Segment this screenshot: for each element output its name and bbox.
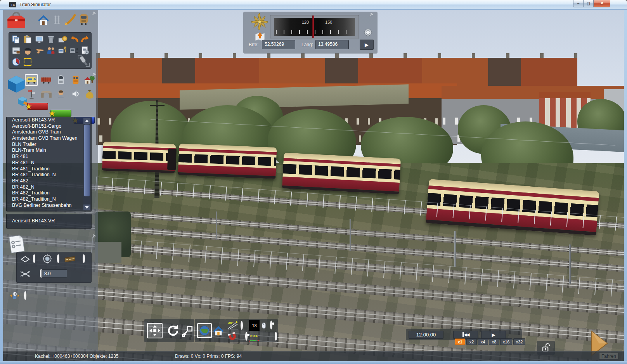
scroll-up-button[interactable] — [83, 118, 90, 124]
placement-options — [16, 252, 92, 283]
copy-documents-button[interactable] — [11, 35, 21, 44]
list-item[interactable]: BR 481_Tradition_N — [7, 172, 91, 178]
clipboard-button[interactable] — [23, 35, 33, 44]
pin-icon[interactable] — [367, 12, 374, 21]
rotate-tool-button[interactable] — [165, 323, 181, 338]
scrollbar-thumb[interactable] — [84, 125, 90, 196]
list-item[interactable]: BLN Trailer — [7, 142, 91, 148]
world-view-button[interactable] — [197, 323, 212, 338]
list-item[interactable]: BR 481_N — [7, 160, 91, 166]
list-item[interactable]: BR 482_Tradition — [7, 190, 91, 196]
asset-category-panel: ★ ★ ★ — [3, 72, 98, 114]
maximize-button[interactable]: ◻ — [583, 0, 594, 7]
scale-tool-button[interactable] — [182, 324, 193, 338]
speed-x16-button[interactable]: x16 — [500, 338, 512, 345]
undo-button[interactable] — [69, 35, 79, 45]
gradient-input[interactable] — [42, 269, 67, 277]
speed-x32-button[interactable]: x32 — [513, 338, 525, 345]
latitude-field[interactable]: 52.50269 — [262, 40, 295, 49]
mouse-icon — [262, 322, 266, 331]
move-icon — [149, 325, 161, 336]
category-signals-button[interactable] — [25, 88, 38, 100]
list-scrollbar[interactable] — [83, 118, 90, 210]
speed-x4-button[interactable]: x4 — [478, 338, 488, 345]
paint-tab[interactable] — [64, 13, 77, 28]
cube-icon — [6, 74, 26, 94]
free-placement-radio[interactable] — [33, 254, 35, 263]
home-view-button[interactable] — [213, 323, 224, 338]
engine-tab[interactable] — [78, 13, 90, 28]
monitor-button[interactable] — [35, 35, 44, 44]
list-item[interactable]: Amsterdam GVB Tram — [7, 129, 91, 135]
list-item[interactable]: BR 482 — [7, 178, 91, 184]
category-misc-button[interactable] — [83, 88, 96, 100]
3d-viewport[interactable]: ★ ★ ★ Aerosoft-BR143-VR Aerosoft-BR151-C… — [3, 10, 624, 361]
category-wagons-button[interactable] — [40, 74, 53, 86]
object-mode-button[interactable] — [6, 74, 26, 96]
pin-icon[interactable] — [89, 234, 96, 243]
list-item[interactable]: Aerosoft-BR151-Cargo — [7, 123, 91, 130]
list-item[interactable]: BR 481 — [7, 154, 91, 160]
delete-trash-button[interactable] — [46, 35, 56, 44]
rails-tab[interactable] — [52, 14, 62, 27]
measure-button[interactable] — [58, 35, 68, 44]
toolbox-tab[interactable] — [6, 11, 26, 33]
time-rewind-button[interactable]: ◀◀ — [453, 331, 478, 339]
favorites-green-button[interactable]: ★ — [50, 110, 71, 117]
scene-back-roofs — [96, 58, 577, 86]
magnet-snap-radio[interactable] — [245, 332, 248, 341]
ts14-snap-radio[interactable] — [275, 332, 277, 341]
camera-target-button[interactable] — [363, 27, 373, 39]
driver-button[interactable] — [23, 46, 33, 55]
home-tab[interactable] — [37, 14, 50, 28]
rotate-snap-radio[interactable] — [57, 254, 59, 263]
asset-list[interactable]: Aerosoft-BR143-VR Aerosoft-BR151-Cargo A… — [6, 117, 92, 211]
rotation-step-badge[interactable]: 18 — [249, 320, 260, 331]
list-item[interactable]: Aerosoft-BR143-VR — [7, 117, 91, 123]
list-item[interactable]: BR 481_Tradition — [7, 166, 91, 172]
favorites-red-button[interactable]: ★ — [27, 103, 48, 110]
list-item[interactable]: Amsterdam GVB Tram Wagen — [7, 135, 91, 142]
scroll-down-button[interactable] — [83, 205, 90, 210]
longitude-field[interactable]: 13.49586 — [315, 40, 349, 49]
consist-list-button[interactable] — [11, 46, 21, 55]
selected-asset-box[interactable]: Aerosoft-BR143-VR — [6, 214, 92, 229]
time-display[interactable]: 12:00:00 — [409, 331, 443, 339]
speed-x1-button[interactable]: x1 — [455, 338, 465, 345]
speed-x2-button[interactable]: x2 — [466, 338, 477, 345]
mouse-mode-radio[interactable] — [270, 321, 272, 329]
angle-snap-radio[interactable] — [241, 321, 243, 330]
category-sounds-button[interactable] — [69, 88, 82, 100]
refuel-button[interactable] — [58, 46, 68, 55]
compass-rose-icon[interactable] — [250, 12, 269, 33]
list-item[interactable]: BR 482_N — [7, 184, 91, 191]
walker-radio[interactable] — [24, 291, 26, 300]
list-item[interactable]: BVG Berliner Strassenbahn — [7, 203, 91, 209]
list-item[interactable]: BR 482_Tradition_N — [7, 196, 91, 203]
move-tool-button[interactable] — [147, 323, 163, 338]
category-engines-button[interactable] — [25, 74, 38, 86]
clock-pie-button[interactable] — [11, 57, 21, 67]
title-bar[interactable]: TS Train Simulator — [0, 0, 627, 10]
pointer-hand-button[interactable] — [35, 46, 44, 55]
train-car-2[interactable] — [178, 144, 277, 179]
pin-icon[interactable] — [89, 11, 96, 20]
category-people-button[interactable] — [54, 88, 68, 100]
list-item[interactable]: BLN-Tram Main — [7, 147, 91, 154]
blower-button[interactable] — [77, 54, 90, 68]
close-button[interactable]: ✕ — [593, 0, 610, 7]
category-trams-button[interactable] — [69, 73, 82, 86]
category-multiple-units-button[interactable] — [54, 73, 68, 86]
minimize-button[interactable]: − — [573, 0, 584, 7]
redo-button[interactable] — [80, 35, 90, 45]
road-snap-radio[interactable] — [83, 254, 85, 263]
category-bridges-button[interactable] — [40, 88, 53, 100]
people-button[interactable] — [46, 46, 56, 55]
train-car-3[interactable] — [282, 153, 401, 194]
goto-button[interactable]: ▶ — [360, 40, 374, 50]
pin-icon[interactable] — [89, 73, 96, 81]
time-play-button[interactable]: ▶ — [481, 331, 506, 339]
speed-x8-button[interactable]: x8 — [489, 338, 499, 345]
marquee-select-button[interactable] — [24, 58, 31, 66]
train-car-1[interactable] — [102, 142, 176, 173]
